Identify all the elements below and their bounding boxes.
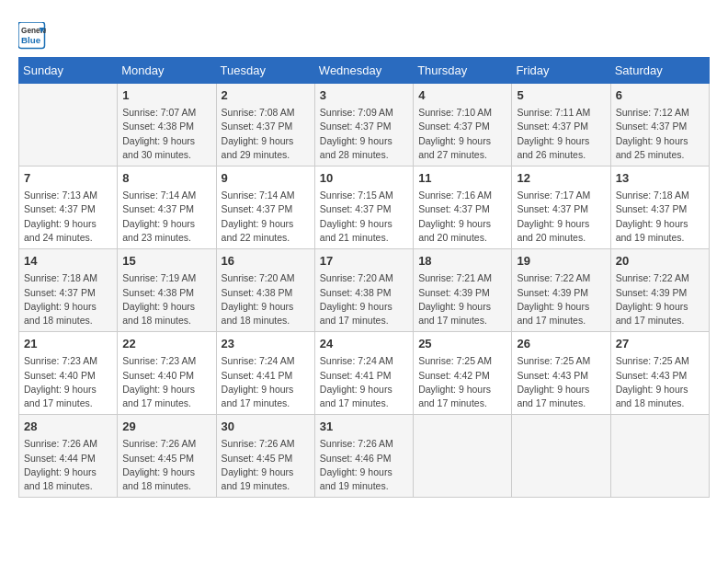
calendar-cell-week4-day5: 25Sunrise: 7:25 AM Sunset: 4:42 PM Dayli… [414,332,512,415]
calendar-cell-week1-day3: 2Sunrise: 7:08 AM Sunset: 4:37 PM Daylig… [216,84,314,167]
day-content: Sunrise: 7:26 AM Sunset: 4:44 PM Dayligh… [24,437,112,493]
week-row-4: 21Sunrise: 7:23 AM Sunset: 4:40 PM Dayli… [19,332,710,415]
day-content: Sunrise: 7:25 AM Sunset: 4:43 PM Dayligh… [616,354,704,410]
day-number: 30 [222,419,310,435]
day-number: 4 [418,87,506,104]
day-number: 9 [222,170,310,187]
calendar-cell-week2-day1: 7Sunrise: 7:13 AM Sunset: 4:37 PM Daylig… [19,167,118,249]
calendar-cell-week1-day2: 1Sunrise: 7:07 AM Sunset: 4:38 PM Daylig… [118,84,216,167]
calendar-cell-week4-day2: 22Sunrise: 7:23 AM Sunset: 4:40 PM Dayli… [118,332,216,415]
day-content: Sunrise: 7:14 AM Sunset: 4:37 PM Dayligh… [222,189,310,245]
day-content: Sunrise: 7:10 AM Sunset: 4:37 PM Dayligh… [418,106,506,162]
day-number: 12 [517,170,605,187]
calendar-cell-week3-day5: 18Sunrise: 7:21 AM Sunset: 4:39 PM Dayli… [414,249,512,332]
day-content: Sunrise: 7:09 AM Sunset: 4:37 PM Dayligh… [320,106,408,162]
day-number: 31 [320,419,408,435]
header-day-thursday: Thursday [414,58,512,84]
day-number: 13 [616,170,704,187]
logo-icon: General Blue [18,22,46,50]
day-content: Sunrise: 7:23 AM Sunset: 4:40 PM Dayligh… [122,354,210,410]
day-content: Sunrise: 7:22 AM Sunset: 4:39 PM Dayligh… [517,271,605,327]
calendar-cell-week2-day2: 8Sunrise: 7:14 AM Sunset: 4:37 PM Daylig… [118,167,216,249]
header-day-friday: Friday [512,58,610,84]
calendar-cell-week5-day1: 28Sunrise: 7:26 AM Sunset: 4:44 PM Dayli… [19,415,118,498]
week-row-2: 7Sunrise: 7:13 AM Sunset: 4:37 PM Daylig… [19,167,710,249]
calendar-cell-week5-day3: 30Sunrise: 7:26 AM Sunset: 4:45 PM Dayli… [216,415,314,498]
header-day-tuesday: Tuesday [216,58,314,84]
day-number: 15 [122,253,210,270]
calendar-header-row: SundayMondayTuesdayWednesdayThursdayFrid… [19,58,710,84]
calendar-cell-week2-day3: 9Sunrise: 7:14 AM Sunset: 4:37 PM Daylig… [216,167,314,249]
header-day-wednesday: Wednesday [314,58,413,84]
calendar-cell-week2-day4: 10Sunrise: 7:15 AM Sunset: 4:37 PM Dayli… [314,167,413,249]
day-content: Sunrise: 7:11 AM Sunset: 4:37 PM Dayligh… [517,106,605,162]
logo: General Blue [18,22,50,50]
svg-text:Blue: Blue [21,35,41,45]
day-content: Sunrise: 7:18 AM Sunset: 4:37 PM Dayligh… [24,271,112,327]
page-header: General Blue [18,18,710,50]
day-number: 24 [320,336,408,352]
calendar-cell-week3-day7: 20Sunrise: 7:22 AM Sunset: 4:39 PM Dayli… [610,249,709,332]
day-content: Sunrise: 7:24 AM Sunset: 4:41 PM Dayligh… [320,354,408,410]
calendar-cell-week3-day4: 17Sunrise: 7:20 AM Sunset: 4:38 PM Dayli… [314,249,413,332]
calendar-cell-week4-day4: 24Sunrise: 7:24 AM Sunset: 4:41 PM Dayli… [314,332,413,415]
calendar-cell-week4-day3: 23Sunrise: 7:24 AM Sunset: 4:41 PM Dayli… [216,332,314,415]
day-content: Sunrise: 7:13 AM Sunset: 4:37 PM Dayligh… [24,189,112,245]
calendar-cell-week3-day6: 19Sunrise: 7:22 AM Sunset: 4:39 PM Dayli… [512,249,610,332]
day-number: 5 [517,87,605,104]
day-content: Sunrise: 7:20 AM Sunset: 4:38 PM Dayligh… [320,271,408,327]
header-day-monday: Monday [118,58,216,84]
week-row-1: 1Sunrise: 7:07 AM Sunset: 4:38 PM Daylig… [19,84,710,167]
calendar-cell-week1-day4: 3Sunrise: 7:09 AM Sunset: 4:37 PM Daylig… [314,84,413,167]
day-content: Sunrise: 7:18 AM Sunset: 4:37 PM Dayligh… [616,189,704,245]
day-number: 21 [24,336,112,352]
calendar-cell-week2-day6: 12Sunrise: 7:17 AM Sunset: 4:37 PM Dayli… [512,167,610,249]
calendar-cell-week3-day1: 14Sunrise: 7:18 AM Sunset: 4:37 PM Dayli… [19,249,118,332]
calendar-cell-week5-day2: 29Sunrise: 7:26 AM Sunset: 4:45 PM Dayli… [118,415,216,498]
calendar-cell-week5-day7 [610,415,709,498]
week-row-5: 28Sunrise: 7:26 AM Sunset: 4:44 PM Dayli… [19,415,710,498]
day-number: 22 [122,336,210,352]
calendar-cell-week3-day3: 16Sunrise: 7:20 AM Sunset: 4:38 PM Dayli… [216,249,314,332]
week-row-3: 14Sunrise: 7:18 AM Sunset: 4:37 PM Dayli… [19,249,710,332]
day-content: Sunrise: 7:16 AM Sunset: 4:37 PM Dayligh… [418,189,506,245]
day-number: 28 [24,419,112,435]
day-number: 3 [320,87,408,104]
day-number: 19 [517,253,605,270]
day-content: Sunrise: 7:15 AM Sunset: 4:37 PM Dayligh… [320,189,408,245]
day-content: Sunrise: 7:07 AM Sunset: 4:38 PM Dayligh… [122,106,210,162]
day-content: Sunrise: 7:22 AM Sunset: 4:39 PM Dayligh… [616,271,704,327]
day-content: Sunrise: 7:12 AM Sunset: 4:37 PM Dayligh… [616,106,704,162]
day-content: Sunrise: 7:26 AM Sunset: 4:45 PM Dayligh… [122,437,210,493]
day-content: Sunrise: 7:20 AM Sunset: 4:38 PM Dayligh… [222,271,310,327]
day-number: 16 [222,253,310,270]
day-content: Sunrise: 7:19 AM Sunset: 4:38 PM Dayligh… [122,271,210,327]
calendar-cell-week2-day7: 13Sunrise: 7:18 AM Sunset: 4:37 PM Dayli… [610,167,709,249]
day-number: 29 [122,419,210,435]
day-number: 27 [616,336,704,352]
calendar-table: SundayMondayTuesdayWednesdayThursdayFrid… [18,57,710,498]
day-number: 25 [418,336,506,352]
calendar-cell-week5-day4: 31Sunrise: 7:26 AM Sunset: 4:46 PM Dayli… [314,415,413,498]
day-content: Sunrise: 7:26 AM Sunset: 4:46 PM Dayligh… [320,437,408,493]
calendar-cell-week4-day6: 26Sunrise: 7:25 AM Sunset: 4:43 PM Dayli… [512,332,610,415]
calendar-cell-week1-day5: 4Sunrise: 7:10 AM Sunset: 4:37 PM Daylig… [414,84,512,167]
day-content: Sunrise: 7:08 AM Sunset: 4:37 PM Dayligh… [222,106,310,162]
calendar-cell-week5-day6 [512,415,610,498]
header-day-sunday: Sunday [19,58,118,84]
header-day-saturday: Saturday [610,58,709,84]
day-number: 10 [320,170,408,187]
day-content: Sunrise: 7:25 AM Sunset: 4:42 PM Dayligh… [418,354,506,410]
calendar-cell-week1-day6: 5Sunrise: 7:11 AM Sunset: 4:37 PM Daylig… [512,84,610,167]
calendar-cell-week3-day2: 15Sunrise: 7:19 AM Sunset: 4:38 PM Dayli… [118,249,216,332]
calendar-cell-week1-day1 [19,84,118,167]
calendar-cell-week1-day7: 6Sunrise: 7:12 AM Sunset: 4:37 PM Daylig… [610,84,709,167]
day-number: 11 [418,170,506,187]
day-number: 18 [418,253,506,270]
calendar-cell-week5-day5 [414,415,512,498]
day-number: 1 [122,87,210,104]
calendar-cell-week4-day1: 21Sunrise: 7:23 AM Sunset: 4:40 PM Dayli… [19,332,118,415]
day-content: Sunrise: 7:17 AM Sunset: 4:37 PM Dayligh… [517,189,605,245]
calendar-cell-week4-day7: 27Sunrise: 7:25 AM Sunset: 4:43 PM Dayli… [610,332,709,415]
day-content: Sunrise: 7:25 AM Sunset: 4:43 PM Dayligh… [517,354,605,410]
